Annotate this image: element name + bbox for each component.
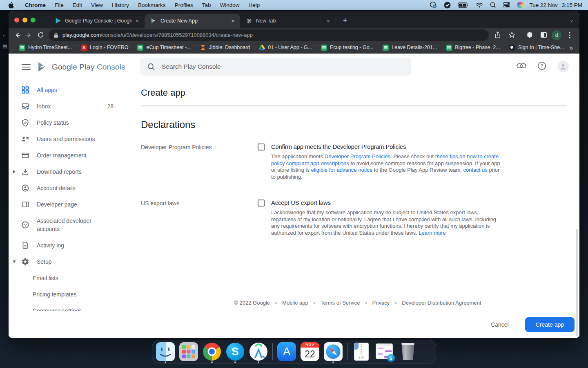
screen-recording-icon[interactable] xyxy=(430,1,437,9)
menu-tab[interactable]: Tab xyxy=(198,2,216,8)
footer-link-terms[interactable]: Terms of Service xyxy=(318,300,363,306)
zoom-window-button[interactable] xyxy=(31,18,36,22)
control-center-icon[interactable] xyxy=(503,2,510,8)
dock-safari[interactable] xyxy=(324,342,343,361)
create-app-button[interactable]: Create app xyxy=(525,317,575,332)
sidebar-item-pricing-templates[interactable]: Pricing templates xyxy=(9,286,136,303)
lock-icon[interactable] xyxy=(53,32,58,38)
dock-chrome[interactable] xyxy=(203,342,221,361)
tab-search-chevron-icon[interactable]: ⌄ xyxy=(570,17,574,23)
dock-minimized-window[interactable]: S xyxy=(375,342,394,361)
sidebar-item-setup[interactable]: Setup xyxy=(9,254,136,270)
hamburger-menu-icon[interactable] xyxy=(22,63,31,72)
battery-charging-icon[interactable] xyxy=(458,2,469,8)
sidebar-item-all-apps[interactable]: All apps xyxy=(9,82,136,98)
spotlight-search-icon[interactable] xyxy=(490,2,496,8)
sidebar-item-inbox[interactable]: Inbox 28 xyxy=(9,98,136,114)
tab-google-play-console[interactable]: Google Play Console | Google P × xyxy=(49,14,145,28)
dock-app-store[interactable]: A xyxy=(277,342,296,361)
tab-new-tab[interactable]: New Tab × xyxy=(240,14,336,28)
share-icon[interactable] xyxy=(492,29,503,41)
footer-link-mobile-app[interactable]: Mobile app xyxy=(279,300,311,306)
footer-link-dda[interactable]: Developer Distribution Agreement xyxy=(399,300,484,306)
sidebar-item-developer-page[interactable]: Developer page xyxy=(9,196,136,213)
menu-window[interactable]: Window xyxy=(215,2,244,8)
bookmark-item[interactable]: eCup Timesheet -... xyxy=(134,43,194,52)
reload-button[interactable] xyxy=(35,29,46,41)
developer-program-policies-checkbox[interactable] xyxy=(258,144,265,150)
inline-link[interactable]: Learn more xyxy=(419,230,445,236)
extensions-puzzle-icon[interactable] xyxy=(524,29,535,41)
dock-zip-file[interactable]: ZIP xyxy=(352,342,371,361)
close-window-button[interactable] xyxy=(14,18,19,22)
cancel-button[interactable]: Cancel xyxy=(487,318,513,331)
vertical-scrollbar[interactable] xyxy=(576,229,578,336)
bookmark-item[interactable]: Jibble: Dashboard xyxy=(196,43,254,52)
bookmark-item[interactable]: Hydro TimeSheet... xyxy=(16,43,76,52)
bookmark-item[interactable]: Sign In | Time-She... xyxy=(506,43,568,52)
bookmark-star-icon[interactable] xyxy=(506,29,517,41)
play-console-logo[interactable]: Google Play Console xyxy=(37,61,125,72)
dock-android-studio[interactable] xyxy=(249,342,268,361)
link-icon[interactable] xyxy=(517,63,526,70)
expand-caret-icon[interactable] xyxy=(13,170,16,173)
layout-icon xyxy=(21,200,29,209)
menubar-clock[interactable]: Tue 22 Nov3:15 PM xyxy=(529,2,582,8)
apple-logo-icon[interactable] xyxy=(8,2,14,8)
help-icon[interactable]: ? xyxy=(537,61,546,72)
menu-edit[interactable]: Edit xyxy=(68,2,87,8)
google-drive-icon xyxy=(259,45,265,51)
bookmark-item[interactable]: Bigtree - Phase_2... xyxy=(442,43,503,52)
address-bar[interactable]: play.google.com/console/u/0/developers/7… xyxy=(49,29,489,41)
back-button[interactable] xyxy=(12,29,23,41)
bookmark-item[interactable]: ALogin - FOVERO xyxy=(77,43,132,52)
sidebar-item-clipped[interactable]: Commerce settings xyxy=(9,303,136,311)
us-export-laws-checkbox[interactable] xyxy=(258,200,265,206)
sidebar-item-account-details[interactable]: Account details xyxy=(9,180,136,196)
forward-button[interactable] xyxy=(23,29,35,41)
menu-bookmarks[interactable]: Bookmarks xyxy=(134,2,170,8)
menu-help[interactable]: Help xyxy=(244,2,264,8)
bookmark-item[interactable]: Leave Details-201... xyxy=(379,43,441,52)
sidebar-item-order-management[interactable]: Order management xyxy=(9,147,136,164)
menubar-app-name[interactable]: Chrome xyxy=(20,2,50,8)
siri-icon[interactable] xyxy=(517,2,523,8)
checkmark-status-icon[interactable] xyxy=(444,2,451,9)
console-search-input[interactable]: Search Play Console xyxy=(140,58,411,76)
sidebar-item-email-lists[interactable]: Email lists xyxy=(9,270,136,286)
dock-trash[interactable] xyxy=(399,342,417,361)
browser-profile-avatar[interactable]: d xyxy=(552,30,561,40)
minimize-window-button[interactable] xyxy=(22,18,27,22)
dock-finder[interactable] xyxy=(156,342,175,361)
bookmark-item[interactable]: 01 - User App - G... xyxy=(255,43,316,52)
close-tab-icon[interactable]: × xyxy=(325,18,332,24)
tab-create-new-app[interactable]: Create New App × xyxy=(145,14,240,28)
wifi-icon[interactable] xyxy=(476,2,483,8)
menu-profiles[interactable]: Profiles xyxy=(170,2,198,8)
bookmark-item[interactable]: Ecup testing - Go... xyxy=(317,43,377,52)
sidebar-item-activity-log[interactable]: Activity log xyxy=(9,237,136,254)
collapse-caret-icon[interactable] xyxy=(13,260,16,263)
new-tab-button[interactable]: + xyxy=(339,15,351,26)
footer-link-privacy[interactable]: Privacy xyxy=(370,300,393,306)
kebab-menu-icon[interactable] xyxy=(564,29,575,41)
sidebar-item-users-permissions[interactable]: Users and permissions xyxy=(9,131,136,147)
inline-link[interactable]: eligible for advance notice xyxy=(311,167,372,173)
menu-history[interactable]: History xyxy=(107,2,134,8)
inline-link[interactable]: contact us xyxy=(463,167,487,173)
dock-calendar[interactable]: NOV22 xyxy=(301,342,319,361)
inline-link[interactable]: Developer Program Policies xyxy=(325,153,390,159)
credit-card-icon xyxy=(21,151,29,159)
sidebar-item-policy-status[interactable]: Policy status xyxy=(9,114,136,131)
account-avatar[interactable] xyxy=(557,61,569,72)
sidebar-item-associated-accounts[interactable]: Associated developer accounts xyxy=(9,213,136,237)
side-panel-icon[interactable] xyxy=(538,29,549,41)
dock-launchpad[interactable] xyxy=(179,342,198,361)
bookmarks-overflow-chevron[interactable]: » xyxy=(570,44,575,51)
close-tab-icon[interactable]: × xyxy=(229,18,236,24)
dock-skype[interactable]: S xyxy=(226,342,245,361)
menu-file[interactable]: File xyxy=(50,2,68,8)
sidebar-item-download-reports[interactable]: Download reports xyxy=(9,164,136,180)
close-tab-icon[interactable]: × xyxy=(134,18,140,24)
menu-view[interactable]: View xyxy=(87,2,107,8)
